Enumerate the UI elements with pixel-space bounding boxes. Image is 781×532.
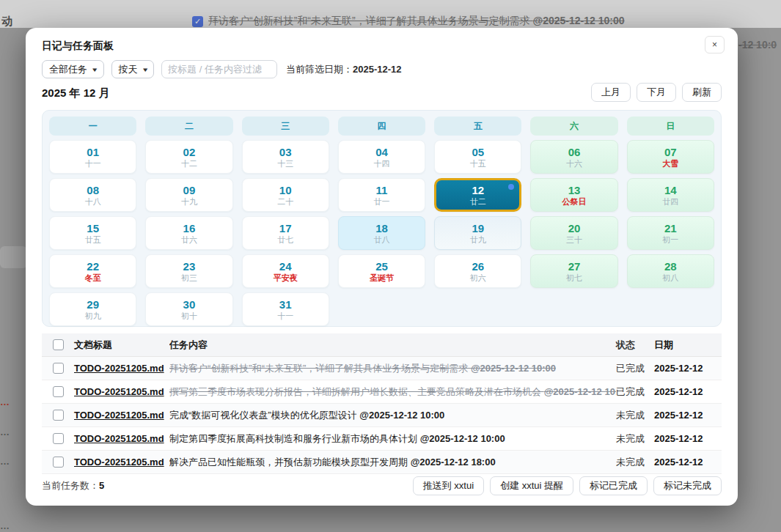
- refresh-button[interactable]: 刷新: [682, 83, 722, 102]
- doc-title-link[interactable]: TODO-20251205.md: [74, 386, 164, 397]
- calendar-day-03[interactable]: 03十三: [242, 140, 329, 174]
- calendar-day-09[interactable]: 09十九: [145, 178, 232, 212]
- calendar-day-29[interactable]: 29初九: [49, 292, 136, 326]
- backdrop-left-text: 动: [1, 15, 12, 29]
- calendar-day-27[interactable]: 27初七: [530, 254, 617, 288]
- row-checkbox[interactable]: [53, 363, 64, 374]
- calendar-day-25[interactable]: 25圣诞节: [338, 254, 425, 288]
- day-number: 15: [87, 222, 99, 234]
- calendar-day-19[interactable]: 19廿九: [434, 216, 521, 250]
- backdrop-task-text: 拜访客户“创新科技”和“未来互联”，详细了解其具体业务场景与定制需求 @2025…: [208, 15, 625, 28]
- calendar-day-24[interactable]: 24平安夜: [242, 254, 329, 288]
- prev-month-button[interactable]: 上月: [591, 83, 631, 102]
- day-lunar-label: 廿八: [373, 235, 389, 245]
- task-filter-select[interactable]: 全部任务 ▾: [42, 60, 104, 78]
- calendar-day-21[interactable]: 21初一: [627, 216, 714, 250]
- calendar-day-12[interactable]: 12廿二: [434, 178, 521, 212]
- calendar-day-06[interactable]: 06十六: [530, 140, 617, 174]
- calendar-day-23[interactable]: 23初三: [145, 254, 232, 288]
- calendar-day-07[interactable]: 07大雪: [627, 140, 714, 174]
- date-label: 2025-12-12: [654, 386, 722, 397]
- close-icon[interactable]: ×: [705, 36, 725, 53]
- day-number: 19: [472, 222, 484, 234]
- day-lunar-label: 初一: [662, 235, 678, 245]
- month-title: 2025 年 12 月: [42, 86, 110, 100]
- calendar-day-28[interactable]: 28初八: [627, 254, 714, 288]
- calendar-day-30[interactable]: 30初十: [145, 292, 232, 326]
- weekday-header-3: 三: [242, 117, 329, 136]
- day-lunar-label: 十五: [470, 159, 486, 169]
- calendar-day-02[interactable]: 02十二: [145, 140, 232, 174]
- row-checkbox[interactable]: [53, 410, 64, 421]
- calendar-day-08[interactable]: 08十八: [49, 178, 136, 212]
- day-holiday-label: 冬至: [85, 273, 101, 283]
- doc-title-link[interactable]: TODO-20251205.md: [74, 433, 164, 444]
- task-content: 拜访客户“创新科技”和“未来互联”，详细了解其具体业务场景与定制需求 @2025…: [169, 362, 616, 375]
- calendar-day-18[interactable]: 18廿八: [338, 216, 425, 250]
- mark-done-button[interactable]: 标记已完成: [579, 476, 648, 495]
- day-number: 31: [279, 298, 292, 311]
- table-header-row: 文档标题 任务内容 状态 日期: [42, 333, 722, 357]
- calendar-day-15[interactable]: 15廿五: [49, 216, 136, 250]
- view-mode-select[interactable]: 按天 ▾: [111, 60, 155, 78]
- day-lunar-label: 十四: [373, 159, 389, 169]
- calendar-day-10[interactable]: 10二十: [242, 178, 329, 212]
- calendar-day-11[interactable]: 11廿一: [338, 178, 425, 212]
- mark-undone-button[interactable]: 标记未完成: [653, 476, 722, 495]
- day-number: 09: [183, 184, 196, 196]
- day-lunar-label: 十九: [181, 197, 197, 207]
- col-header-date: 日期: [654, 339, 722, 352]
- day-lunar-label: 廿二: [470, 197, 486, 207]
- day-holiday-label: 圣诞节: [370, 273, 394, 283]
- col-header-title: 文档标题: [74, 339, 169, 352]
- calendar-day-22[interactable]: 22冬至: [49, 254, 136, 288]
- date-label: 2025-12-12: [654, 433, 722, 444]
- day-lunar-label: 十六: [566, 159, 582, 169]
- backdrop-ellipsis-red: …: [0, 396, 11, 407]
- backdrop-task-row: ✓ 拜访客户“创新科技”和“未来互联”，详细了解其具体业务场景与定制需求 @20…: [192, 15, 625, 28]
- backdrop-clipped-text: -12 10:0: [738, 39, 777, 51]
- row-checkbox[interactable]: [53, 433, 64, 444]
- calendar-day-16[interactable]: 16廿六: [145, 216, 232, 250]
- table-row: TODO-20251205.md拜访客户“创新科技”和“未来互联”，详细了解其具…: [42, 357, 722, 380]
- calendar-grid: 一二三四五六日01十一02十二03十三04十四05十五06十六07大雪08十八0…: [42, 110, 722, 327]
- task-filter-value: 全部任务: [49, 63, 87, 76]
- next-month-button[interactable]: 下月: [637, 83, 676, 102]
- calendar-day-13[interactable]: 13公祭日: [530, 178, 617, 212]
- day-number: 17: [279, 222, 292, 234]
- day-lunar-label: 二十: [277, 197, 293, 207]
- calendar-day-31[interactable]: 31十一: [242, 292, 329, 326]
- status-label: 未完成: [616, 456, 654, 469]
- push-xxtui-button[interactable]: 推送到 xxtui: [413, 476, 484, 495]
- select-all-checkbox[interactable]: [53, 339, 64, 350]
- create-xxtui-reminder-button[interactable]: 创建 xxtui 提醒: [490, 476, 573, 495]
- row-checkbox[interactable]: [53, 457, 64, 468]
- day-number: 06: [568, 146, 581, 158]
- calendar-day-01[interactable]: 01十一: [49, 140, 136, 174]
- doc-title-link[interactable]: TODO-20251205.md: [74, 410, 164, 421]
- calendar-day-empty: [338, 292, 425, 326]
- task-content: 撰写第三季度市场表现分析报告，详细拆解用户增长数据、主要竞品策略及潜在市场机会 …: [169, 385, 616, 399]
- calendar-day-20[interactable]: 20三十: [530, 216, 617, 250]
- row-checkbox[interactable]: [53, 386, 64, 397]
- day-lunar-label: 廿一: [373, 197, 389, 207]
- calendar-day-26[interactable]: 26初六: [434, 254, 521, 288]
- weekday-header-5: 五: [434, 117, 521, 136]
- chevron-down-icon: ▾: [92, 66, 97, 73]
- calendar-day-17[interactable]: 17廿七: [242, 216, 329, 250]
- doc-title-link[interactable]: TODO-20251205.md: [74, 363, 164, 374]
- date-label: 2025-12-12: [654, 410, 722, 421]
- day-number: 01: [87, 146, 99, 158]
- doc-title-link[interactable]: TODO-20251205.md: [74, 457, 164, 468]
- calendar-day-04[interactable]: 04十四: [338, 140, 425, 174]
- weekday-header-7: 日: [627, 117, 714, 136]
- table-row: TODO-20251205.md解决产品已知性能瓶颈，并预估新功能模块原型开发周…: [42, 451, 722, 474]
- search-input[interactable]: [161, 60, 277, 78]
- calendar-day-14[interactable]: 14廿四: [627, 178, 714, 212]
- calendar-day-05[interactable]: 05十五: [434, 140, 521, 174]
- day-lunar-label: 廿五: [85, 235, 101, 245]
- view-mode-value: 按天: [119, 63, 138, 76]
- task-table: 文档标题 任务内容 状态 日期 TODO-20251205.md拜访客户“创新科…: [42, 333, 722, 474]
- weekday-header-2: 二: [145, 117, 232, 136]
- backdrop-ellipsis: …: [0, 426, 11, 437]
